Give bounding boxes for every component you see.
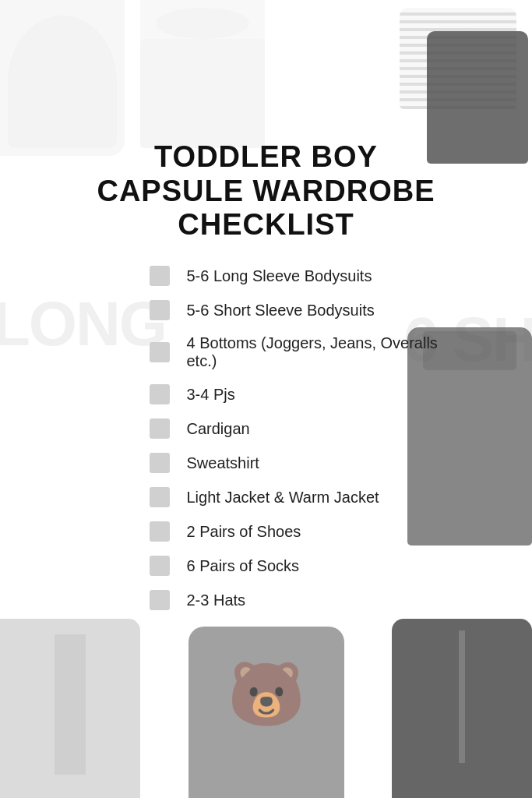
checklist-item-7: Light Jacket & Warm Jacket: [150, 487, 446, 507]
checkbox-7[interactable]: [150, 487, 170, 507]
checklist-label-1: 5-6 Long Sleeve Bodysuits: [187, 267, 372, 285]
checkbox-3[interactable]: [150, 342, 170, 362]
checkbox-4[interactable]: [150, 384, 170, 404]
checkbox-5[interactable]: [150, 418, 170, 439]
checklist-item-5: Cardigan: [150, 418, 446, 439]
main-content: TODDLER BOY CAPSULE WARDROBE CHECKLIST 5…: [0, 0, 532, 655]
checklist-item-2: 5-6 Short Sleeve Bodysuits: [150, 300, 446, 320]
page-title: TODDLER BOY CAPSULE WARDROBE CHECKLIST: [97, 140, 435, 242]
checklist-label-6: Sweatshirt: [187, 454, 259, 472]
checklist-section: 5-6 Long Sleeve Bodysuits 5-6 Short Slee…: [64, 266, 469, 624]
title-section: TODDLER BOY CAPSULE WARDROBE CHECKLIST: [50, 140, 481, 242]
checkbox-9[interactable]: [150, 556, 170, 576]
checkbox-6[interactable]: [150, 453, 170, 473]
checklist-item-9: 6 Pairs of Socks: [150, 556, 446, 576]
checkbox-8[interactable]: [150, 521, 170, 542]
checklist-item-4: 3-4 Pjs: [150, 384, 446, 404]
checkbox-2[interactable]: [150, 300, 170, 320]
checklist-item-3: 4 Bottoms (Joggers, Jeans, Overalls etc.…: [150, 334, 446, 370]
checklist-item-8: 2 Pairs of Shoes: [150, 521, 446, 542]
checkbox-1[interactable]: [150, 266, 170, 286]
page-container: LONG 6 SH TODDLER BOY CAPSULE WARDROBE C…: [0, 0, 532, 798]
checkbox-10[interactable]: [150, 590, 170, 610]
checklist-item-6: Sweatshirt: [150, 453, 446, 473]
checklist-label-9: 6 Pairs of Socks: [187, 557, 300, 575]
checklist-label-8: 2 Pairs of Shoes: [187, 523, 301, 541]
checklist-label-5: Cardigan: [187, 420, 250, 438]
checklist-item-1: 5-6 Long Sleeve Bodysuits: [150, 266, 446, 286]
checklist-item-10: 2-3 Hats: [150, 590, 446, 610]
checklist-label-10: 2-3 Hats: [187, 591, 246, 609]
checklist-label-2: 5-6 Short Sleeve Bodysuits: [187, 302, 375, 320]
checklist-label-3: 4 Bottoms (Joggers, Jeans, Overalls etc.…: [187, 334, 446, 370]
checklist-label-7: Light Jacket & Warm Jacket: [187, 489, 379, 507]
checklist-label-4: 3-4 Pjs: [187, 386, 235, 404]
